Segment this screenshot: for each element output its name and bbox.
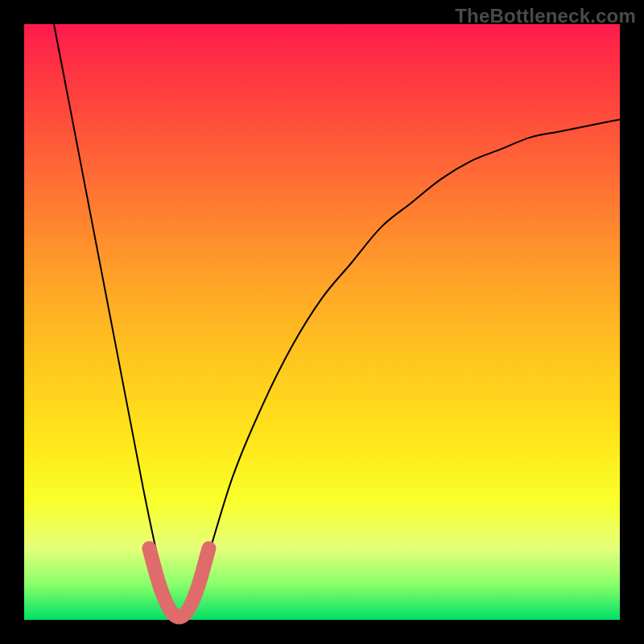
- watermark-text: TheBottleneck.com: [455, 5, 636, 27]
- chart-plot-area: [24, 24, 620, 620]
- chart-svg: [24, 24, 620, 620]
- bottleneck-curve-path: [54, 24, 620, 620]
- optimal-region-highlight: [149, 548, 208, 617]
